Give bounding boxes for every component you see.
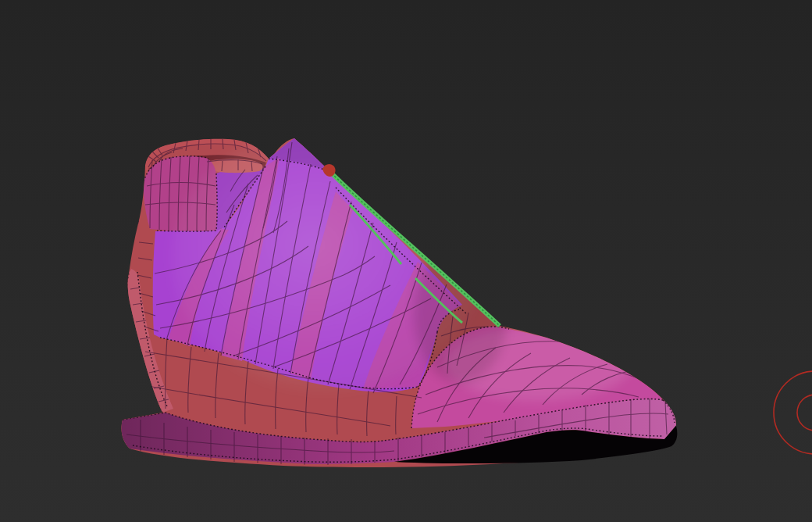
sculpt-canvas[interactable] [0,0,812,522]
sculpt-viewport[interactable] [0,0,812,522]
